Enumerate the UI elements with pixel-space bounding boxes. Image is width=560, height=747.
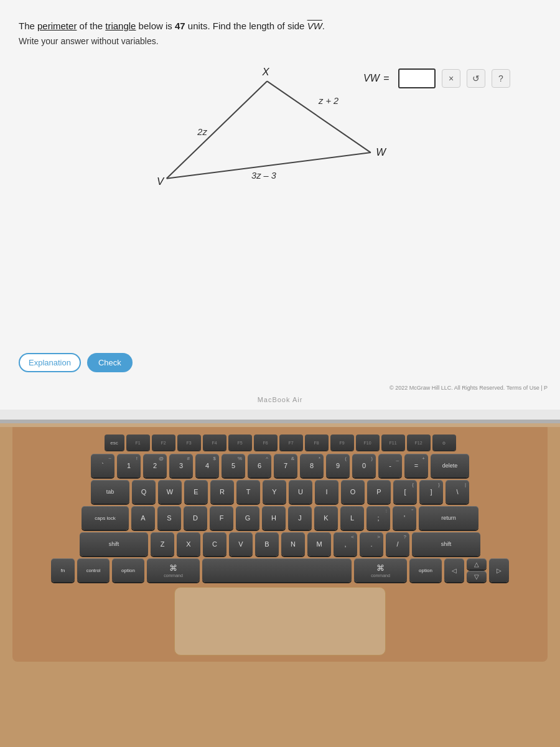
key-5[interactable]: %5	[222, 454, 245, 477]
key-quote[interactable]: "'	[393, 506, 416, 530]
key-f3[interactable]: F3	[177, 435, 201, 451]
fn-key-row: esc F1 F2 F3 F4 F5 F6 F7 F8	[19, 435, 541, 451]
key-q[interactable]: Q	[132, 480, 156, 504]
key-b[interactable]: B	[255, 532, 279, 556]
key-option-right[interactable]: option	[409, 558, 442, 582]
explanation-button[interactable]: Explanation	[19, 353, 81, 372]
triangle-word: triangle	[105, 21, 136, 31]
refresh-button[interactable]: ↺	[467, 69, 485, 88]
perimeter-word: perimeter	[37, 21, 77, 31]
key-c[interactable]: C	[203, 532, 226, 556]
svg-text:3z – 3: 3z – 3	[251, 171, 276, 181]
macbook-label: MacBook Air	[258, 396, 303, 403]
key-6[interactable]: ^6	[248, 454, 271, 477]
check-button[interactable]: Check	[87, 353, 133, 372]
key-k[interactable]: K	[314, 506, 338, 530]
key-backtick[interactable]: ~`	[91, 454, 114, 477]
key-f2[interactable]: F2	[152, 435, 175, 451]
keyboard-bezel: esc F1 F2 F3 F4 F5 F6 F7 F8	[12, 427, 548, 662]
key-h[interactable]: H	[262, 506, 286, 530]
key-slash[interactable]: ?/	[386, 532, 409, 556]
key-1[interactable]: !1	[117, 454, 141, 477]
svg-text:W: W	[376, 146, 387, 158]
text-mid3: units. Find the length of side	[185, 21, 307, 31]
key-fn[interactable]: fn	[51, 558, 75, 582]
key-v[interactable]: V	[229, 532, 253, 556]
close-button[interactable]: ×	[442, 69, 460, 88]
key-u[interactable]: U	[289, 480, 312, 504]
key-i[interactable]: I	[315, 480, 338, 504]
key-comma[interactable]: <,	[334, 532, 357, 556]
key-t[interactable]: T	[236, 480, 260, 504]
key-9[interactable]: (9	[326, 454, 350, 477]
key-s[interactable]: S	[157, 506, 181, 530]
key-r[interactable]: R	[210, 480, 234, 504]
key-shift-left[interactable]: shift	[80, 532, 148, 556]
trackpad[interactable]	[174, 587, 386, 655]
key-a[interactable]: A	[131, 506, 155, 530]
write-instruction: Write your answer without variables.	[19, 36, 541, 46]
key-e[interactable]: E	[184, 480, 208, 504]
key-f6[interactable]: F6	[254, 435, 278, 451]
perimeter-value: 47	[175, 21, 185, 31]
key-capslock[interactable]: caps lock	[82, 506, 129, 530]
bottom-buttons: Explanation Check	[19, 353, 133, 372]
key-0[interactable]: )0	[352, 454, 376, 477]
key-f9[interactable]: F9	[330, 435, 354, 451]
key-g[interactable]: G	[236, 506, 259, 530]
key-lbracket[interactable]: {[	[393, 480, 417, 504]
key-return[interactable]: return	[419, 506, 478, 530]
key-equals[interactable]: +=	[404, 454, 428, 477]
key-f7[interactable]: F7	[279, 435, 303, 451]
key-arrow-right[interactable]: ▷	[489, 558, 509, 582]
key-command-right[interactable]: ⌘ command	[354, 558, 407, 582]
key-3[interactable]: #3	[169, 454, 193, 477]
help-button[interactable]: ?	[492, 69, 510, 88]
key-command-left[interactable]: ⌘ command	[147, 558, 200, 582]
key-7[interactable]: &7	[274, 454, 297, 477]
key-8[interactable]: *8	[300, 454, 324, 477]
key-semicolon[interactable]: :;	[366, 506, 390, 530]
key-f4[interactable]: F4	[203, 435, 226, 451]
key-esc[interactable]: esc	[105, 435, 124, 451]
key-minus[interactable]: _-	[378, 454, 402, 477]
key-space[interactable]	[202, 558, 352, 582]
key-control[interactable]: control	[77, 558, 110, 582]
key-f5[interactable]: F5	[228, 435, 252, 451]
key-arrow-down[interactable]: ▽	[467, 571, 487, 582]
key-o[interactable]: O	[341, 480, 365, 504]
key-delete[interactable]: delete	[431, 454, 469, 477]
key-arrow-up[interactable]: △	[467, 558, 487, 570]
keyboard-area: esc F1 F2 F3 F4 F5 F6 F7 F8	[0, 427, 560, 747]
key-tab[interactable]: tab	[91, 480, 129, 504]
answer-input[interactable]	[398, 68, 436, 88]
key-z[interactable]: Z	[151, 532, 174, 556]
key-period[interactable]: >.	[360, 532, 383, 556]
key-x[interactable]: X	[177, 532, 200, 556]
key-f10[interactable]: F10	[356, 435, 380, 451]
key-shift-right[interactable]: shift	[412, 532, 480, 556]
key-f1[interactable]: F1	[126, 435, 150, 451]
key-backslash[interactable]: |\	[446, 480, 469, 504]
key-f[interactable]: F	[210, 506, 233, 530]
key-y[interactable]: Y	[263, 480, 286, 504]
key-d[interactable]: D	[184, 506, 207, 530]
key-j[interactable]: J	[288, 506, 312, 530]
key-f8[interactable]: F8	[305, 435, 329, 451]
key-p[interactable]: P	[367, 480, 391, 504]
key-power[interactable]: ⌽	[432, 435, 456, 451]
key-n[interactable]: N	[281, 532, 305, 556]
key-4[interactable]: $4	[195, 454, 219, 477]
answer-area: VW = × ↺ ?	[363, 68, 510, 88]
key-option-left[interactable]: option	[112, 558, 144, 582]
key-2[interactable]: @2	[143, 454, 167, 477]
key-rbracket[interactable]: }]	[419, 480, 443, 504]
key-l[interactable]: L	[340, 506, 364, 530]
key-f11[interactable]: F11	[381, 435, 405, 451]
vw-label: VW =	[363, 73, 392, 84]
copyright-text: © 2022 McGraw Hill LLC. All Rights Reser…	[390, 385, 548, 391]
key-f12[interactable]: F12	[407, 435, 431, 451]
key-m[interactable]: M	[307, 532, 331, 556]
key-arrow-left[interactable]: ◁	[444, 558, 464, 582]
key-w[interactable]: W	[158, 480, 182, 504]
